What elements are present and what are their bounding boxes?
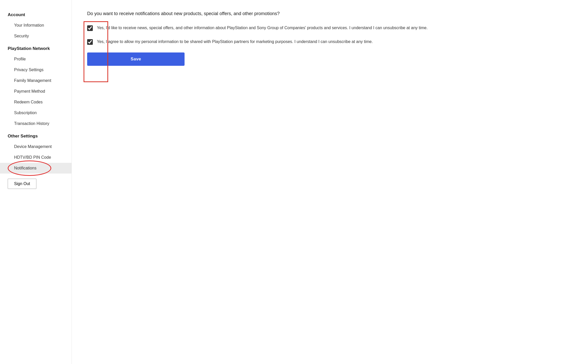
page-container: Account Your Information Security PlaySt… — [0, 0, 588, 364]
sidebar-item-redeem-codes[interactable]: Redeem Codes — [0, 97, 72, 108]
sidebar-section-header-other: Other Settings — [0, 129, 72, 141]
checkbox-row-1: Yes, I'd like to receive news, special o… — [87, 25, 573, 31]
sidebar-item-transaction-history[interactable]: Transaction History — [0, 118, 72, 129]
checkbox-partners-label[interactable]: Yes, I agree to allow my personal inform… — [97, 39, 373, 45]
sidebar-section-psn: PlayStation Network Profile Privacy Sett… — [0, 41, 72, 129]
sidebar-section-header-account: Account — [0, 8, 72, 20]
sidebar-item-subscription[interactable]: Subscription — [0, 108, 72, 118]
checkbox-news-label[interactable]: Yes, I'd like to receive news, special o… — [97, 25, 428, 31]
sidebar-section-header-psn: PlayStation Network — [0, 41, 72, 54]
sidebar-item-privacy-settings[interactable]: Privacy Settings — [0, 65, 72, 75]
sidebar-item-security[interactable]: Security — [0, 31, 72, 41]
checkbox-partners[interactable] — [87, 39, 93, 45]
sidebar-section-other: Other Settings Device Management HDTV/BD… — [0, 129, 72, 174]
sidebar-item-notifications[interactable]: Notifications — [0, 163, 72, 174]
save-button[interactable]: Save — [87, 52, 185, 66]
main-content: Do you want to receive notifications abo… — [72, 0, 588, 364]
sidebar-item-family-management[interactable]: Family Management — [0, 75, 72, 86]
sidebar-section-account: Account Your Information Security — [0, 8, 72, 41]
sidebar-item-payment-method[interactable]: Payment Method — [0, 86, 72, 97]
sidebar-item-device-management[interactable]: Device Management — [0, 141, 72, 152]
checkbox-news[interactable] — [87, 25, 93, 31]
notifications-item-wrapper: Notifications — [0, 163, 72, 174]
checkbox-row-2: Yes, I agree to allow my personal inform… — [87, 39, 573, 45]
sidebar-item-profile[interactable]: Profile — [0, 54, 72, 65]
notification-question: Do you want to receive notifications abo… — [87, 10, 573, 17]
checkbox-area: Yes, I'd like to receive news, special o… — [87, 25, 573, 45]
sidebar-item-hdtv-pin[interactable]: HDTV/BD PIN Code — [0, 152, 72, 163]
sidebar: Account Your Information Security PlaySt… — [0, 0, 72, 364]
sidebar-item-your-information[interactable]: Your Information — [0, 20, 72, 31]
sign-out-button[interactable]: Sign Out — [8, 179, 36, 189]
